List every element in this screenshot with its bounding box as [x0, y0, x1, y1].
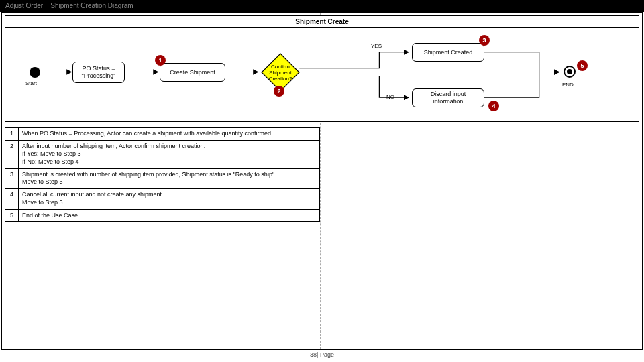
page-body: Shipment Create Start	[1, 12, 643, 350]
end-node	[564, 66, 576, 78]
shipment-created-node: Shipment Created	[412, 43, 484, 62]
step-number: 4	[5, 189, 19, 209]
step-text: Shipment is created with number of shipp…	[19, 168, 320, 188]
footer: 38| Page	[0, 351, 644, 358]
step-number: 3	[5, 168, 19, 188]
step-text: When PO Status = Processing, Actor can c…	[19, 128, 320, 141]
no-label: NO	[386, 94, 394, 100]
start-label: Start	[25, 80, 37, 86]
page-title: Adjust Order _ Shipment Creation Diagram	[5, 2, 133, 9]
step-number: 5	[5, 209, 19, 222]
footer-text: 38| Page	[310, 351, 334, 358]
table-row: 1When PO Status = Processing, Actor can …	[5, 128, 320, 141]
step-text: After input number of shipping item, Act…	[19, 140, 320, 168]
discard-node: Discard input information	[412, 88, 484, 107]
po-status-text: PO Status = "Processing"	[77, 65, 120, 80]
create-shipment-text: Create Shipment	[170, 69, 215, 76]
step-text: Cancel all current input and not create …	[19, 189, 320, 209]
po-status-node: PO Status = "Processing"	[72, 62, 125, 83]
table-row: 5End of the Use Case	[5, 209, 320, 222]
table-row: 3Shipment is created with number of ship…	[5, 168, 320, 188]
end-label: END	[562, 82, 574, 88]
badge-2: 2	[274, 86, 284, 97]
yes-label: YES	[371, 43, 382, 49]
table-row: 4Cancel all current input and not create…	[5, 189, 320, 209]
badge-4: 4	[488, 101, 499, 111]
steps-table: 1When PO Status = Processing, Actor can …	[5, 127, 320, 222]
lane-body: Start PO Status = "Processing" Create Sh…	[5, 28, 639, 122]
badge-1: 1	[155, 55, 166, 66]
start-node	[30, 67, 40, 78]
step-number: 1	[5, 128, 19, 141]
shipment-created-text: Shipment Created	[424, 49, 473, 56]
title-bar: Adjust Order _ Shipment Creation Diagram	[0, 0, 644, 12]
create-shipment-node: Create Shipment	[160, 63, 225, 82]
badge-3: 3	[479, 35, 490, 46]
lane-title: Shipment Create	[295, 18, 348, 25]
discard-text: Discard input information	[417, 90, 480, 105]
lane-header: Shipment Create	[5, 15, 639, 28]
decision-text: Confirm Shipment Creation?	[260, 64, 301, 82]
badge-5: 5	[577, 60, 588, 71]
step-text: End of the Use Case	[19, 209, 320, 222]
table-row: 2After input number of shipping item, Ac…	[5, 140, 320, 168]
step-number: 2	[5, 140, 19, 168]
